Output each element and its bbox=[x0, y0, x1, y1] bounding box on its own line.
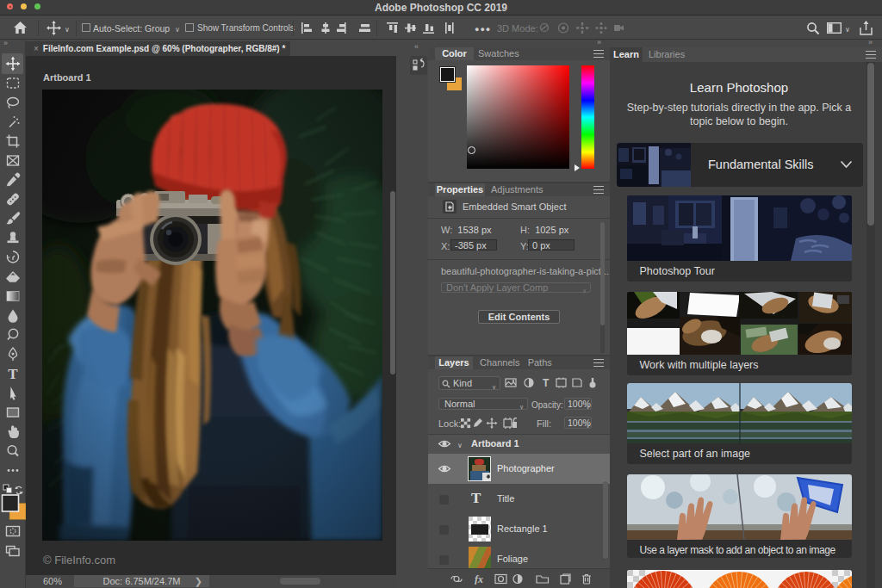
svg-text:T: T bbox=[543, 377, 550, 389]
svg-text:T: T bbox=[8, 366, 18, 382]
svg-text:fx: fx bbox=[475, 573, 483, 585]
